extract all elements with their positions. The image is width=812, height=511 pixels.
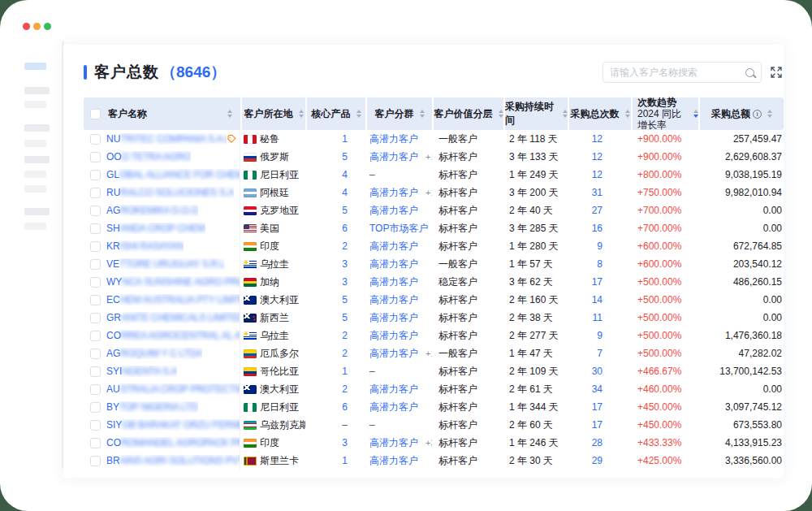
column-header-total-amount[interactable]: 采购总额 [700, 97, 784, 130]
row-checkbox[interactable] [90, 438, 101, 448]
column-header-value-tier[interactable]: 客户价值分层 [434, 97, 503, 130]
row-checkbox[interactable] [90, 206, 101, 216]
column-header-count-trend[interactable]: 次数趋势 2024 同比增长率 [633, 97, 698, 130]
segment-link[interactable]: 高潜力客户 [369, 275, 418, 289]
customer-name-link[interactable]: SIY OB BARAKAT ORZU FERMER X... [106, 419, 240, 431]
segment-link[interactable]: 高潜力客户 [369, 347, 418, 361]
row-checkbox[interactable] [90, 188, 101, 198]
sidebar-item[interactable] [24, 171, 46, 178]
row-checkbox[interactable] [90, 313, 101, 323]
customer-name-link[interactable]: BR AINS AGRI SOLUTIONS PVT LTD [106, 455, 240, 466]
core-products-value[interactable]: 5 [342, 151, 348, 162]
fullscreen-button[interactable] [770, 66, 783, 79]
sort-carets-icon[interactable] [420, 110, 425, 118]
column-header-segment[interactable]: 客户分群 [367, 97, 432, 130]
sort-carets-icon[interactable] [299, 110, 304, 118]
column-header-duration[interactable]: 采购持续时间 [505, 97, 568, 130]
row-checkbox[interactable] [90, 241, 101, 252]
row-checkbox[interactable] [90, 259, 101, 270]
customer-name-link[interactable]: SYI NGENTA S.A [106, 366, 177, 377]
row-checkbox[interactable] [90, 152, 101, 162]
customer-name-link[interactable]: VE TTORE URUGUAY S.R.L [106, 258, 225, 270]
search-icon[interactable] [745, 68, 754, 77]
customer-name-link[interactable]: OO O TETRA AGRO [106, 151, 191, 162]
column-header-location[interactable]: 客户所在地 [242, 97, 305, 130]
sort-carets-icon[interactable] [227, 110, 232, 118]
sort-carets-icon[interactable] [767, 110, 772, 118]
row-checkbox[interactable] [90, 366, 101, 377]
customer-name-link[interactable]: BY TOP NIGERIA LTD [106, 401, 198, 413]
sidebar-item[interactable] [24, 87, 50, 94]
row-checkbox[interactable] [90, 277, 101, 288]
customer-name-link[interactable]: AG ROQUIM Y C LTDA [106, 348, 202, 359]
customer-search-box[interactable] [603, 62, 762, 83]
close-window-button[interactable] [23, 23, 30, 30]
segment-link[interactable]: TOP市场客户 [369, 222, 428, 236]
sidebar-item[interactable] [24, 223, 46, 230]
row-checkbox[interactable] [90, 420, 101, 431]
segment-link[interactable]: 高潜力客户 [369, 240, 418, 253]
core-products-value[interactable]: 5 [342, 312, 348, 323]
zoom-window-button[interactable] [44, 23, 51, 30]
row-checkbox[interactable] [90, 349, 101, 359]
info-circle-icon[interactable] [753, 110, 762, 119]
column-header-customer-name[interactable]: 客户名称 [84, 97, 240, 130]
column-header-purchase-count[interactable]: 采购总次数 [569, 97, 631, 130]
customer-name-link[interactable]: NU TRITEC COMPANIA S.A.C [106, 133, 227, 145]
core-products-value[interactable]: 5 [342, 205, 348, 216]
row-checkbox[interactable] [90, 331, 101, 341]
sidebar-item[interactable] [24, 124, 50, 132]
core-products-value[interactable]: 3 [342, 276, 348, 288]
core-products-value[interactable]: 4 [342, 187, 348, 198]
sort-carets-icon[interactable] [356, 110, 361, 118]
core-products-value[interactable]: 1 [342, 455, 348, 466]
row-checkbox[interactable] [90, 402, 101, 413]
customer-name-link[interactable]: AU STRALIA CROP PROTECTION P... [106, 383, 240, 395]
sidebar-item[interactable] [24, 140, 46, 147]
segment-link[interactable]: 高潜力客户 [369, 186, 418, 200]
row-checkbox[interactable] [90, 134, 101, 145]
segment-link[interactable]: 高潜力客户 [369, 401, 418, 414]
customer-name-link[interactable]: CO ROMANDEL AGROPACK PRIVAT E ... [106, 437, 240, 448]
core-products-value[interactable]: 3 [342, 258, 348, 270]
row-checkbox[interactable] [90, 223, 101, 234]
minimize-window-button[interactable] [33, 23, 41, 30]
row-checkbox[interactable] [90, 456, 101, 466]
core-products-value[interactable]: – [342, 419, 348, 431]
segment-link[interactable]: 高潜力客户 [369, 436, 418, 450]
sort-carets-icon[interactable] [625, 110, 630, 118]
sidebar-item[interactable] [24, 208, 50, 215]
core-products-value[interactable]: 2 [342, 348, 348, 359]
customer-name-link[interactable]: RU RALCO SOLUCIONES S.A [106, 187, 234, 198]
customer-name-link[interactable]: EC HEM AUSTRALIA PTY LIMITED [106, 294, 240, 305]
customer-name-link[interactable]: GR ANITE CHEMICALS LIMITED [106, 312, 240, 323]
sort-carets-icon[interactable] [499, 110, 503, 118]
customer-name-link[interactable]: AG ROKEMIKA D.O.O [106, 205, 198, 216]
segment-link[interactable]: 高潜力客户 [369, 204, 418, 218]
sidebar-item[interactable] [24, 185, 46, 193]
core-products-value[interactable]: 1 [342, 133, 348, 145]
segment-link[interactable]: 高潜力客户 [369, 258, 418, 271]
core-products-value[interactable]: 2 [342, 240, 348, 252]
select-all-checkbox[interactable] [90, 109, 101, 119]
customer-name-link[interactable]: WY NCA SUNSHINE AGRO PROD U... [106, 276, 240, 288]
sort-carets-icon[interactable] [693, 110, 698, 118]
core-products-value[interactable]: 1 [342, 366, 348, 377]
row-checkbox[interactable] [90, 384, 101, 395]
row-checkbox[interactable] [90, 295, 101, 305]
core-products-value[interactable]: 5 [342, 294, 348, 305]
segment-link[interactable]: 高潜力客户 [369, 311, 418, 325]
customer-name-link[interactable]: CO RREA AGROCENTRAL AL AGRO R... [106, 330, 240, 341]
column-header-core-products[interactable]: 核心产品 [307, 97, 365, 130]
segment-link[interactable]: 高潜力客户 [369, 383, 418, 396]
sidebar-item[interactable] [24, 101, 46, 108]
core-products-value[interactable]: 6 [342, 223, 348, 234]
core-products-value[interactable]: 2 [342, 383, 348, 395]
segment-link[interactable]: 高潜力客户 [369, 329, 418, 343]
segment-link[interactable]: 高潜力客户 [369, 454, 418, 468]
core-products-value[interactable]: 2 [342, 330, 348, 341]
core-products-value[interactable]: 4 [342, 169, 348, 180]
row-checkbox[interactable] [90, 170, 101, 180]
customer-name-link[interactable]: SH ANDA CROP CHEM [106, 223, 205, 234]
segment-link[interactable]: 高潜力客户 [369, 293, 418, 307]
